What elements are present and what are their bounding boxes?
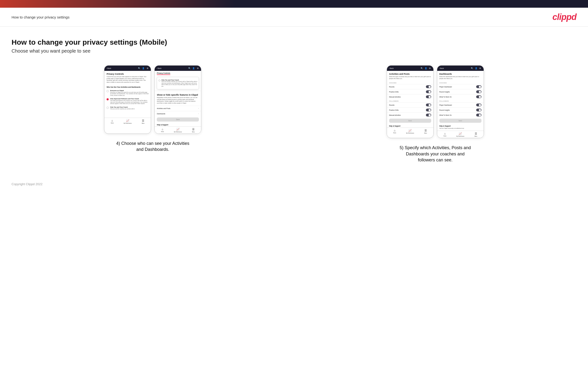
radio-only-you[interactable] [106,107,109,109]
phone3-icons: 🔍 👤 ⚙ [420,67,432,70]
coaches-rounds-label: Rounds [389,86,394,88]
nav-performance-4[interactable]: 📈 My Performance [453,132,468,137]
phone4-navbar: ⌂ Home 📈 My Performance ☰ Menu [437,131,484,138]
followers-what-to-work-toggle[interactable] [476,114,482,117]
phone3-back[interactable]: ‹ Back [389,67,394,69]
user-icon-4[interactable]: 👤 [475,67,478,70]
phone-3: ‹ Back 🔍 👤 ⚙ Activities and Posts Select… [387,65,434,138]
followers-label-4: FOLLOWERS [437,99,484,102]
coaches-round-insights-toggle[interactable] [476,90,482,93]
menu-icon-2: ☰ [192,128,195,131]
followers-rounds-toggle[interactable] [426,103,431,106]
followers-rounds-label: Rounds [389,104,394,106]
followers-drills-toggle[interactable] [426,108,431,111]
coaches-what-to-work-toggle[interactable] [476,95,482,98]
coaches-player-dashboard-label: Player Dashboard [439,86,452,88]
phone1-option2[interactable]: Only Approved Followers and Your Coach O… [104,97,151,105]
phone2-back[interactable]: ‹ Back [156,67,161,69]
coaches-player-dashboard-toggle[interactable] [476,85,482,88]
nav-performance[interactable]: 📈 My Performance [120,119,135,124]
search-icon-2[interactable]: 🔍 [188,67,191,70]
nav-menu[interactable]: ☰ Menu [135,119,151,124]
nav-performance-3[interactable]: 📈 My Performance [402,129,418,134]
phone1-section-title: Privacy Controls [104,71,151,76]
nav-menu-2[interactable]: ☰ Menu [186,128,201,133]
activities-posts-label: Activities and Posts [157,108,170,109]
phone3-save-btn[interactable]: Save [389,119,431,123]
phone1-back[interactable]: ‹ Back [106,67,111,69]
nav-home-label-3: Home [393,132,396,133]
activities-posts-row[interactable]: Activities and Posts › [155,106,201,111]
phone1-option1[interactable]: Everyone on Clippd Everyone on Clippd ca… [104,89,151,97]
phone4-save-btn[interactable]: Save [439,119,482,123]
phone4-help-support: Help & Support [437,124,484,127]
radio-everyone[interactable] [106,90,109,92]
chevron-left-icon-2: ‹ [156,67,157,69]
nav-home-3[interactable]: ⌂ Home [387,129,402,134]
followers-player-dashboard-toggle[interactable] [476,103,482,106]
phone1-option3[interactable]: Only You and Your Coach Only you and the… [104,105,151,111]
nav-performance-2[interactable]: 📈 My Performance [170,128,186,133]
user-icon[interactable]: 👤 [142,67,145,70]
chart-icon: 📈 [126,119,129,122]
user-icon-3[interactable]: 👤 [424,67,427,70]
menu-icon: ☰ [142,119,144,122]
followers-drills-label: Practice Drills [389,109,399,111]
chevron-right-icon-2: › [199,113,199,115]
dropdown-desc: Only you and the coaches you connect wit… [161,81,197,87]
home-icon-2: ⌂ [162,128,163,131]
followers-player-dashboard-label: Player Dashboard [439,104,452,106]
phone2-save-btn[interactable]: Save [157,117,199,122]
search-icon-3[interactable]: 🔍 [420,67,423,70]
phones-row-right: ‹ Back 🔍 👤 ⚙ Activities and Posts Select… [387,65,484,138]
chevron-left-icon-4: ‹ [439,67,440,69]
phone2-tab[interactable]: Privacy Controls [157,72,170,75]
nav-home-2[interactable]: ⌂ Home [155,128,170,133]
option2-label: Only Approved Followers and Your Coach [110,98,149,100]
phone1-navbar: ⌂ Home 📈 My Performance ☰ Menu [104,118,151,125]
phone-4: ‹ Back 🔍 👤 ⚙ Dashboards Select the dashb… [437,65,484,138]
phone1-who-can-see: Who Can See Your Activities and Dashboar… [104,85,151,89]
settings-icon-2[interactable]: ⚙ [196,67,199,70]
coaches-rounds-toggle[interactable] [426,85,431,88]
search-icon-4[interactable]: 🔍 [471,67,474,70]
phone3-navbar: ⌂ Home 📈 My Performance ☰ Menu [387,127,433,135]
radio-approved[interactable] [106,98,109,100]
search-icon[interactable]: 🔍 [138,67,141,70]
followers-what-to-work-label: What To Work On [439,114,452,116]
option3-desc: Only you and the coaches you connect wit… [110,108,149,110]
nav-home[interactable]: ⌂ Home [104,119,120,124]
coaches-manual-toggle[interactable] [426,95,431,98]
dashboards-row[interactable]: Dashboards › [155,111,201,116]
nav-menu-4[interactable]: ☰ Menu [468,132,483,137]
nav-performance-label-2: My Performance [174,131,182,133]
header-title: How to change your privacy settings [12,15,69,19]
nav-menu-label-4: Menu [475,136,477,137]
settings-icon-4[interactable]: ⚙ [479,67,482,70]
coaches-manual-label: Manual Activities [389,96,401,98]
settings-icon[interactable]: ⚙ [146,67,149,70]
option1-label: Everyone on Clippd [110,90,149,91]
phone4-icons: 🔍 👤 ⚙ [471,67,482,70]
nav-menu-3[interactable]: ☰ Menu [418,129,433,134]
phone4-back[interactable]: ‹ Back [439,67,444,69]
dropdown-radio[interactable] [158,80,160,81]
coaches-label-4: COACHES [437,81,484,84]
followers-round-insights-toggle[interactable] [476,108,482,111]
chart-icon-4: 📈 [459,132,462,135]
dropdown-option1[interactable]: Only You and Your Coach Only you and the… [158,79,197,88]
coaches-what-to-work-row: What To Work On [437,94,484,99]
phone3-section-desc: Select the types of activity that you'd … [387,76,433,81]
phone1-section-desc: Control how you and your data appears to… [104,76,151,85]
home-icon-3: ⌂ [394,129,396,132]
copyright: Copyright Clippd 2022 [12,182,43,186]
coaches-drills-label: Practice Drills [389,91,399,93]
coaches-drills-toggle[interactable] [426,90,431,93]
phone4-section-desc: Select the dashboards that you'd like to… [437,76,484,81]
menu-icon-4: ☰ [475,132,477,135]
nav-home-4[interactable]: ⌂ Home [437,132,453,137]
settings-icon-3[interactable]: ⚙ [429,67,432,70]
nav-menu-label-2: Menu [192,131,195,133]
followers-manual-toggle[interactable] [426,114,431,117]
user-icon-2[interactable]: 👤 [192,67,195,70]
